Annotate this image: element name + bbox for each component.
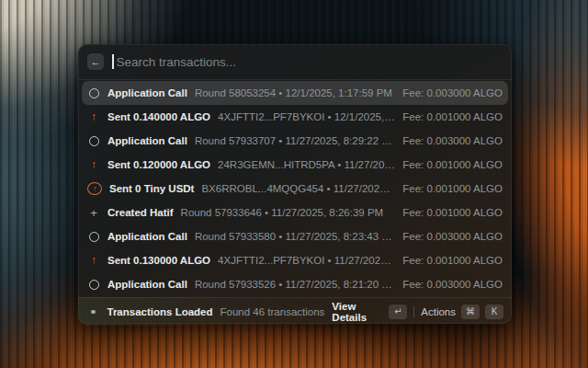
- status-actions: View Details ↵ Actions ⌘ K: [332, 301, 503, 323]
- circle-icon: [87, 88, 100, 98]
- transaction-subtitle: Round 57933580 • 11/27/2025, 8:23:43 PM: [195, 231, 395, 242]
- transaction-title: Application Call: [107, 135, 187, 146]
- transaction-subtitle: Round 57933707 • 11/27/2025, 8:29:22 PM: [195, 135, 395, 146]
- transaction-row[interactable]: Sent 0 Tiny USDt BX6RROBL...4MQQG454 • 1…: [82, 177, 508, 201]
- transaction-row[interactable]: Sent 0.120000 ALGO 24R3GEMN...HITRD5PA •…: [82, 153, 508, 177]
- arrow-up-icon: [87, 111, 100, 122]
- transaction-subtitle: 24R3GEMN...HITRD5PA • 11/27/2025, 8:29:2…: [218, 159, 395, 170]
- circle-icon: [87, 232, 100, 242]
- transaction-list: Application Call Round 58053254 • 12/1/2…: [78, 80, 512, 297]
- transaction-fee: Fee: 0.001000 ALGO: [402, 159, 503, 170]
- transaction-fee: Fee: 0.003000 ALGO: [402, 87, 503, 98]
- transaction-title: Application Call: [107, 279, 187, 290]
- k-key-icon: K: [485, 305, 503, 319]
- back-button[interactable]: ←: [87, 53, 104, 70]
- actions-label: Actions: [421, 306, 456, 317]
- transaction-subtitle: Round 57933646 • 11/27/2025, 8:26:39 PM: [181, 207, 396, 218]
- transaction-subtitle: 4XJFTTI2...PF7BYKOI • 12/1/2025, 1:17:59…: [218, 111, 395, 122]
- transaction-fee: Fee: 0.003000 ALGO: [402, 135, 503, 146]
- transaction-title: Sent 0 Tiny USDt: [109, 183, 194, 194]
- arrow-left-icon: ←: [91, 56, 101, 67]
- transaction-title: Sent 0.140000 ALGO: [107, 111, 210, 122]
- transaction-title: Sent 0.120000 ALGO: [107, 159, 210, 170]
- search-bar: ←: [78, 44, 512, 80]
- transaction-title: Application Call: [107, 87, 187, 98]
- status-dot-icon: [91, 310, 96, 315]
- transaction-fee: Fee: 0.001000 ALGO: [402, 207, 503, 218]
- text-caret: [112, 54, 114, 69]
- actions-button[interactable]: Actions ⌘ K: [421, 305, 503, 319]
- enter-key-icon: ↵: [389, 305, 407, 319]
- transaction-row[interactable]: Sent 0.140000 ALGO 4XJFTTI2...PF7BYKOI •…: [82, 105, 508, 129]
- status-bar: Transactions Loaded Found 46 transaction…: [78, 297, 512, 326]
- transaction-fee: Fee: 0.003000 ALGO: [402, 231, 503, 242]
- view-details-label: View Details: [332, 301, 383, 323]
- transaction-subtitle: Round 57933526 • 11/27/2025, 8:21:20 PM: [195, 279, 395, 290]
- search-input[interactable]: [117, 55, 503, 69]
- arrow-up-circle-icon: [87, 182, 102, 195]
- status-title: Transactions Loaded: [107, 306, 213, 317]
- transaction-subtitle: BX6RROBL...4MQQG454 • 11/27/2025, 8:29:1…: [201, 183, 395, 194]
- transaction-title: Created Hatif: [107, 207, 174, 218]
- arrow-up-icon: [87, 159, 100, 170]
- plus-icon: [87, 207, 100, 219]
- transaction-title: Sent 0.130000 ALGO: [107, 255, 210, 266]
- transaction-row[interactable]: Sent 0.130000 ALGO 4XJFTTI2...PF7BYKOI •…: [82, 248, 508, 272]
- transaction-fee: Fee: 0.003000 ALGO: [402, 279, 503, 290]
- transaction-subtitle: 4XJFTTI2...PF7BYKOI • 11/27/2025, 8:23:4…: [218, 255, 395, 266]
- transaction-row[interactable]: Application Call Round 57933707 • 11/27/…: [82, 129, 508, 153]
- command-key-icon: ⌘: [461, 305, 480, 319]
- status-divider: [413, 306, 414, 317]
- transaction-title: Application Call: [107, 231, 187, 242]
- arrow-up-icon: [87, 255, 100, 266]
- transaction-fee: Fee: 0.001000 ALGO: [402, 255, 503, 266]
- transaction-fee: Fee: 0.001000 ALGO: [402, 111, 503, 122]
- transaction-subtitle: Round 58053254 • 12/1/2025, 1:17:59 PM: [195, 87, 395, 98]
- circle-icon: [87, 280, 100, 290]
- transaction-row[interactable]: Application Call Round 57933580 • 11/27/…: [82, 224, 508, 248]
- transaction-fee: Fee: 0.001000 ALGO: [402, 183, 503, 194]
- transaction-row[interactable]: Created Hatif Round 57933646 • 11/27/202…: [82, 201, 508, 224]
- search-transactions-window: ← Application Call Round 58053254 • 12/1…: [78, 44, 512, 324]
- status-detail: Found 46 transactions: [220, 306, 325, 317]
- transaction-row[interactable]: Application Call Round 58053254 • 12/1/2…: [82, 81, 508, 105]
- transaction-row[interactable]: Application Call Round 57933526 • 11/27/…: [82, 272, 508, 296]
- view-details-button[interactable]: View Details ↵: [332, 301, 407, 323]
- circle-icon: [87, 136, 100, 146]
